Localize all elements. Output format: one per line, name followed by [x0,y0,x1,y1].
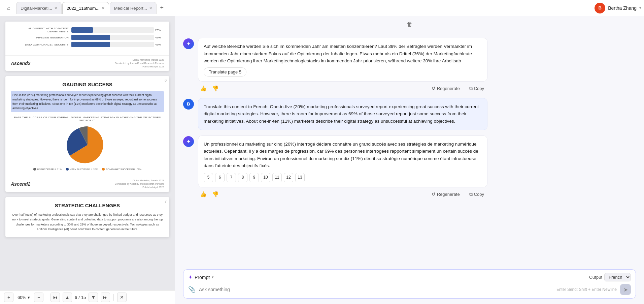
pdf-toolbar: + 60% ▾ − ⏮ ▲ 6 / 15 ▼ [0,290,175,304]
send-button[interactable]: ➤ [620,284,631,295]
ai-icon: ✦ [187,139,191,144]
page-chip-9[interactable]: 9 [249,173,259,182]
thumbs-down-button[interactable]: 👎 [211,85,220,92]
zoom-in-icon: + [7,295,10,300]
copy-button[interactable]: ⧉ Copy [467,84,487,93]
user-message-1: B Translate this content to French: One-… [183,98,636,130]
page-meta: Digital Marketing Trends 2022 Conducted … [115,58,164,68]
message-text-content: Un professionnel du marketing sur cinq (… [204,142,478,169]
zoom-out-button[interactable]: − [34,293,43,302]
nav-first-button[interactable]: ⏮ [50,293,60,302]
zoom-in-button[interactable]: + [4,293,13,302]
copy-label: Copy [474,192,484,197]
ai-avatar: ✦ [183,38,194,49]
chat-input-area: ✦ Prompt ▾ Output French 📎 Enter Send; S… [175,265,644,304]
copy-icon: ⧉ [469,86,473,91]
ai-avatar: ✦ [183,136,194,147]
message-actions: 👍 👎 ↺ Regenerate ⧉ Copy [198,84,487,93]
tab-label: 2022_11$thum... [67,6,100,11]
output-language-select[interactable]: French [604,273,631,281]
pdf-page-6: 6 GAUGING SUCCESS One-in-five (20%) mark… [5,76,169,191]
bar-label: ALIGNMENT WITH ADJACENT DEPARTMENTS [11,27,71,33]
copy-button[interactable]: ⧉ Copy [467,190,487,199]
legend-label: VERY SUCCESSFUL 20% [70,168,98,171]
thumbs-up-button[interactable]: 👍 [199,85,208,92]
ai-icon: ✦ [187,41,191,47]
tab-2022-thum[interactable]: 2022_11$thum... ✕ [62,2,109,14]
tab-close-icon[interactable]: ✕ [54,6,57,10]
action-buttons: ↺ Regenerate ⧉ Copy [429,84,487,93]
delete-conversation-button[interactable]: 🗑 [407,21,413,28]
page-chip-5[interactable]: 5 [204,173,213,182]
page-chip-6[interactable]: 6 [215,173,225,182]
page5-content: ALIGNMENT WITH ADJACENT DEPARTMENTS 26% … [5,22,169,55]
legend-item-very-successful: VERY SUCCESSFUL 20% [66,168,98,171]
bar-track [71,27,154,33]
legend-item-somewhat-successful: SOMEWHAT SUCCESSFUL 69% [102,168,141,171]
nav-last-button[interactable]: ⏭ [101,293,110,302]
page-chip-11[interactable]: 11 [272,173,282,182]
nav-prev-button[interactable]: ▲ [63,293,72,302]
home-button[interactable]: ⌂ [3,2,15,14]
action-buttons: ↺ Regenerate ⧉ Copy [429,190,487,199]
bar-label: DATA COMPLIANCE / SECURITY [11,43,71,46]
tab-close-icon[interactable]: ✕ [149,6,152,10]
bar-track [71,42,154,47]
close-pdf-button[interactable]: ✕ [117,293,127,302]
page-chip-7[interactable]: 7 [227,173,236,182]
chat-input-row: 📎 Enter Send; Shift + Enter Newline ➤ [183,281,636,298]
output-label: Output [589,275,602,280]
user-initial: B [187,101,190,107]
translate-page-button[interactable]: Translate page 5 [204,67,246,77]
nav-next-button[interactable]: ▼ [89,293,98,302]
bar-row-1: ALIGNMENT WITH ADJACENT DEPARTMENTS 26% [11,27,164,33]
divider [113,294,114,301]
page-total: 15 [81,295,86,300]
thumbs-up-button[interactable]: 👍 [199,190,208,198]
zoom-out-icon: − [37,295,40,300]
page-title: STRATEGIC CHALLENGES [11,203,164,208]
attachment-button[interactable]: 📎 [188,286,196,293]
prompt-chevron-icon[interactable]: ▾ [212,275,214,279]
thumbs-down-button[interactable]: 👎 [211,190,220,198]
tab-medical-report[interactable]: Medical Report... ✕ [110,2,157,14]
bar-fill [71,27,93,33]
page-nav: 6 / 15 [75,295,86,300]
message-text-content: Auf welche Bereiche werden Sie sich im k… [204,44,472,63]
prompt-label: Prompt [195,275,210,280]
nav-prev-icon: ▲ [65,295,70,300]
avatar: B [595,3,605,13]
regenerate-button[interactable]: ↺ Regenerate [429,190,463,198]
add-tab-button[interactable]: + [157,3,167,13]
zoom-display[interactable]: 60% ▾ [16,295,31,300]
user-avatar: B [183,99,194,110]
regenerate-icon: ↺ [432,86,436,91]
legend-item-unsuccessful: UNSUCCESSFUL 11% [33,168,62,171]
pie-chart [61,125,114,165]
tab-digital-marketing[interactable]: Digital-Marketi... ✕ [16,2,62,14]
regenerate-label: Regenerate [437,86,460,91]
page-current: 6 [75,295,77,300]
chat-input-box: ✦ Prompt ▾ Output French 📎 Enter Send; S… [183,269,636,299]
tab-label: Digital-Marketi... [21,6,52,11]
page-chip-13[interactable]: 13 [295,173,305,182]
bar-row-3: DATA COMPLIANCE / SECURITY 47% [11,42,164,47]
page-chip-8[interactable]: 8 [238,173,247,182]
chevron-down-icon[interactable]: ▾ [639,6,641,10]
pdf-page-7: 7 STRATEGIC CHALLENGES Over half (53%) o… [5,197,169,237]
chat-panel: 🗑 ✦ Auf welche Bereiche werden Sie sich … [175,16,644,304]
chat-text-input[interactable] [199,287,553,292]
page-chip-12[interactable]: 12 [284,173,293,182]
send-icon: ➤ [623,286,628,293]
page-chip-10[interactable]: 10 [261,173,270,182]
regenerate-button[interactable]: ↺ Regenerate [429,84,463,92]
nav-next-icon: ▼ [91,295,96,300]
legend-label: UNSUCCESSFUL 11% [37,168,62,171]
tab-close-icon[interactable]: ✕ [102,6,105,10]
ai-message-2: ✦ Un professionnel du marketing sur cinq… [183,135,636,199]
bar-row-2: PIPELINE GENERATION 47% [11,35,164,40]
bar-value: 26% [154,29,164,32]
copy-icon: ⧉ [469,191,473,197]
pdf-viewer: ALIGNMENT WITH ADJACENT DEPARTMENTS 26% … [0,16,175,304]
feedback-buttons: 👍 👎 [199,190,220,198]
